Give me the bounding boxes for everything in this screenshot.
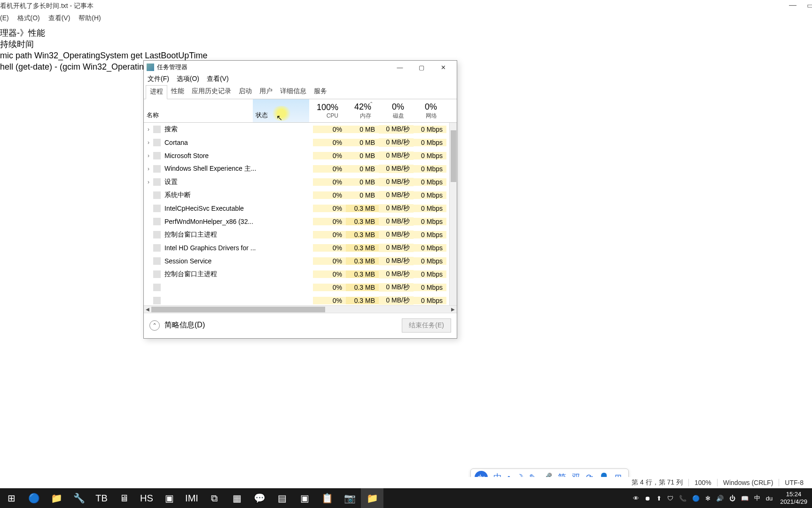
table-row[interactable]: PerfWndMonHelper_x86 (32...0%0.3 MB0 MB/… (144, 215, 457, 228)
sort-caret-icon: ⌃ (369, 101, 373, 106)
task-manager-window[interactable]: 任务管理器 — ▢ ✕ 文件(F) 选项(O) 查看(V) 进程 性能 应用历史… (143, 60, 457, 339)
process-name: 控制台窗口主进程 (164, 230, 257, 239)
tab-users[interactable]: 用户 (256, 85, 276, 99)
menu-format[interactable]: 格式(O) (17, 14, 40, 22)
column-disk[interactable]: 0% 磁盘 (375, 99, 408, 122)
taskbar-app[interactable]: ▣ (158, 488, 180, 508)
tray-icon[interactable]: 🛡 (664, 495, 676, 502)
vertical-scrollbar[interactable] (449, 123, 457, 305)
tab-startup[interactable]: 启动 (235, 85, 256, 99)
taskbar-app[interactable]: ▣ (293, 488, 316, 508)
table-row[interactable]: 0%0.3 MB0 MB/秒0 Mbps (144, 294, 457, 305)
table-row[interactable]: 控制台窗口主进程0%0.3 MB0 MB/秒0 Mbps (144, 228, 457, 241)
scroll-right-icon[interactable]: ▶ (449, 307, 457, 312)
disk-cell: 0 MB/秒 (379, 257, 414, 265)
tab-processes[interactable]: 进程 (146, 85, 167, 99)
table-row[interactable]: Session Service0%0.3 MB0 MB/秒0 Mbps (144, 254, 457, 268)
menu-view[interactable]: 查看(V) (207, 75, 229, 82)
expand-icon[interactable]: › (144, 126, 153, 133)
minimize-button[interactable]: — (789, 1, 796, 10)
taskbar-app[interactable]: 🔵 (23, 488, 45, 508)
menu-view[interactable]: 查看(V) (48, 14, 70, 22)
tab-details[interactable]: 详细信息 (276, 85, 310, 99)
system-tray[interactable]: 👁⏺⬆🛡📞🔵✻🔊⏻📖中du15:242021/4/29 (630, 491, 812, 506)
expand-icon[interactable]: › (144, 166, 153, 172)
network-cell: 0 Mbps (414, 244, 446, 252)
close-button[interactable]: ✕ (432, 61, 454, 74)
tm-process-list[interactable]: ›搜索0%0 MB0 MB/秒0 Mbps›Cortana0%0 MB0 MB/… (144, 123, 457, 305)
taskbar-app[interactable]: ⊞ (0, 488, 23, 508)
tab-app-history[interactable]: 应用历史记录 (188, 85, 235, 99)
taskbar-app[interactable]: TB (90, 488, 113, 508)
column-cpu[interactable]: 100% CPU (309, 99, 342, 122)
menu-help[interactable]: 帮助(H) (78, 14, 101, 22)
taskbar-app[interactable]: 📁 (361, 488, 383, 508)
notepad-menubar[interactable]: (E) 格式(O) 查看(V) 帮助(H) (0, 12, 812, 25)
tray-icon[interactable]: ⬆ (654, 495, 664, 502)
table-row[interactable]: ›Microsoft Store0%0 MB0 MB/秒0 Mbps (144, 149, 457, 162)
taskbar-app[interactable]: ▦ (226, 488, 248, 508)
table-row[interactable]: 系统中断0%0 MB0 MB/秒0 Mbps (144, 189, 457, 202)
scroll-left-icon[interactable]: ◀ (144, 307, 151, 312)
taskbar-clock[interactable]: 15:242021/4/29 (775, 491, 812, 506)
column-status[interactable]: 状态 (253, 99, 309, 122)
expand-icon[interactable]: › (144, 179, 153, 185)
tray-icon[interactable]: ⏺ (642, 495, 654, 502)
end-task-button[interactable]: 结束任务(E) (402, 318, 451, 333)
memory-cell: 0.3 MB (346, 244, 379, 252)
tray-icon[interactable]: 👁 (630, 495, 642, 502)
taskbar[interactable]: ⊞🔵📁🔧TB🖥HS▣IMI⧉▦💬▤▣📋📷📁👁⏺⬆🛡📞🔵✻🔊⏻📖中du15:242… (0, 488, 812, 508)
menu-edit[interactable]: (E) (0, 14, 9, 22)
tab-services[interactable]: 服务 (310, 85, 331, 99)
taskbar-app[interactable]: 📁 (45, 488, 68, 508)
tm-titlebar[interactable]: 任务管理器 — ▢ ✕ (144, 61, 457, 74)
taskbar-app[interactable]: ▤ (271, 488, 293, 508)
taskbar-app[interactable]: 💬 (248, 488, 271, 508)
table-row[interactable]: ›Windows Shell Experience 主...0%0 MB0 MB… (144, 162, 457, 175)
fewer-details-icon[interactable]: ⌃ (149, 320, 160, 331)
tray-icon[interactable]: ✻ (703, 495, 713, 502)
tray-icon[interactable]: 🔊 (713, 495, 726, 502)
column-network[interactable]: 0% 网络 (408, 99, 441, 122)
tray-icon[interactable]: du (763, 495, 775, 502)
menu-options[interactable]: 选项(O) (177, 75, 199, 82)
fewer-details-label[interactable]: 简略信息(D) (164, 320, 205, 330)
table-row[interactable]: 0%0.3 MB0 MB/秒0 Mbps (144, 281, 457, 294)
hscroll-track[interactable] (151, 306, 449, 313)
taskbar-app[interactable]: 🖥 (113, 488, 135, 508)
tray-icon[interactable]: 中 (751, 494, 763, 502)
tray-icon[interactable]: 📖 (738, 495, 751, 502)
column-name[interactable]: 名称 (144, 99, 253, 122)
tray-icon[interactable]: 📞 (676, 495, 689, 502)
minimize-button[interactable]: — (389, 61, 411, 74)
taskbar-app[interactable]: 📋 (316, 488, 338, 508)
expand-icon[interactable]: › (144, 152, 153, 159)
taskbar-app[interactable]: HS (135, 488, 158, 508)
taskbar-app[interactable]: 🔧 (68, 488, 90, 508)
scrollbar-thumb[interactable] (451, 130, 456, 182)
table-row[interactable]: 控制台窗口主进程0%0.3 MB0 MB/秒0 Mbps (144, 268, 457, 281)
process-name: IntelCpHeciSvc Executable (164, 205, 257, 212)
taskbar-app[interactable]: IMI (180, 488, 203, 508)
table-row[interactable]: ›搜索0%0 MB0 MB/秒0 Mbps (144, 123, 457, 136)
tm-menubar[interactable]: 文件(F) 选项(O) 查看(V) (144, 74, 457, 85)
taskbar-app[interactable]: 📷 (338, 488, 361, 508)
expand-icon[interactable]: › (144, 139, 153, 146)
hscroll-thumb[interactable] (151, 307, 325, 312)
table-row[interactable]: ›设置0%0 MB0 MB/秒0 Mbps (144, 175, 457, 189)
app-icon (153, 139, 161, 146)
menu-file[interactable]: 文件(F) (148, 75, 169, 82)
cpu-cell: 0% (313, 178, 346, 186)
tray-icon[interactable]: 🔵 (689, 495, 703, 502)
taskbar-app[interactable]: ⧉ (203, 488, 226, 508)
tab-performance[interactable]: 性能 (167, 85, 188, 99)
table-row[interactable]: IntelCpHeciSvc Executable0%0.3 MB0 MB/秒0… (144, 202, 457, 215)
maximize-button[interactable]: ▢ (411, 61, 432, 74)
network-cell: 0 Mbps (414, 270, 446, 278)
tray-icon[interactable]: ⏻ (726, 495, 738, 502)
table-row[interactable]: Intel HD Graphics Drivers for ...0%0.3 M… (144, 241, 457, 254)
column-memory[interactable]: ⌃ 42% 内存 (342, 99, 375, 122)
maximize-button[interactable]: ▭ (807, 1, 812, 10)
horizontal-scrollbar[interactable]: ◀ ▶ (144, 305, 457, 313)
table-row[interactable]: ›Cortana0%0 MB0 MB/秒0 Mbps (144, 136, 457, 149)
